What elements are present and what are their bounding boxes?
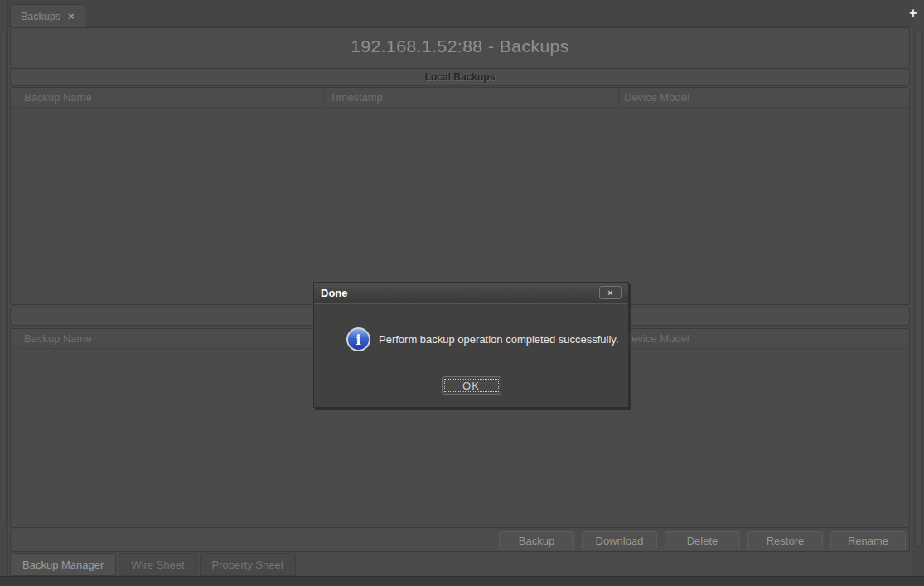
dialog-body: i Perform backup operation completed suc… (314, 303, 628, 407)
right-splitter[interactable] (912, 0, 924, 576)
local-backups-title: Local Backups (425, 71, 496, 83)
column-header-device-model[interactable]: Device Model (618, 329, 909, 348)
done-dialog: Done × i Perform backup operation comple… (313, 282, 629, 408)
left-splitter[interactable] (0, 0, 8, 576)
tab-close-icon[interactable]: × (68, 10, 75, 22)
row-gutter (11, 329, 19, 348)
bottom-tab-bar: Backup Manager Wire Sheet Property Sheet (10, 553, 296, 576)
window-bottom-edge (0, 576, 924, 586)
dialog-title-bar[interactable]: Done × (314, 283, 628, 303)
view-title-panel: 192.168.1.52:88 - Backups (10, 27, 910, 65)
tab-backups-label: Backups (21, 11, 60, 22)
page-title: 192.168.1.52:88 - Backups (351, 36, 569, 56)
tab-property-sheet[interactable]: Property Sheet (200, 553, 297, 576)
backup-button[interactable]: Backup (499, 531, 574, 550)
rename-button[interactable]: Rename (830, 531, 906, 550)
tab-backups[interactable]: Backups × (10, 4, 85, 27)
top-tab-bar: Backups × + (8, 0, 912, 27)
column-header-timestamp[interactable]: Timestamp (324, 88, 618, 107)
dialog-message: Perform backup operation completed succe… (379, 333, 620, 346)
local-backups-table: Backup Name Timestamp Device Model (10, 87, 910, 305)
ok-button[interactable]: OK (442, 376, 501, 395)
column-header-backup-name[interactable]: Backup Name (19, 88, 324, 107)
local-backups-header: Local Backups (10, 68, 910, 86)
tab-backup-manager[interactable]: Backup Manager (10, 553, 116, 576)
column-header-backup-name[interactable]: Backup Name (19, 329, 324, 348)
tab-wire-sheet[interactable]: Wire Sheet (119, 553, 196, 576)
right-splitter-handle[interactable] (915, 30, 922, 547)
restore-button[interactable]: Restore (747, 531, 823, 550)
action-button-bar: Backup Download Delete Restore Rename (10, 530, 910, 552)
row-gutter (11, 88, 19, 107)
table-body-empty (11, 108, 909, 304)
new-tab-icon[interactable]: + (906, 5, 921, 22)
delete-button[interactable]: Delete (665, 531, 740, 550)
table-header-row: Backup Name Timestamp Device Model (11, 88, 909, 108)
download-button[interactable]: Download (582, 531, 657, 550)
dialog-close-icon[interactable]: × (599, 286, 622, 299)
dialog-title: Done (321, 287, 348, 299)
info-icon: i (346, 327, 370, 351)
left-splitter-handle[interactable] (2, 30, 6, 524)
column-header-device-model[interactable]: Device Model (618, 88, 909, 107)
